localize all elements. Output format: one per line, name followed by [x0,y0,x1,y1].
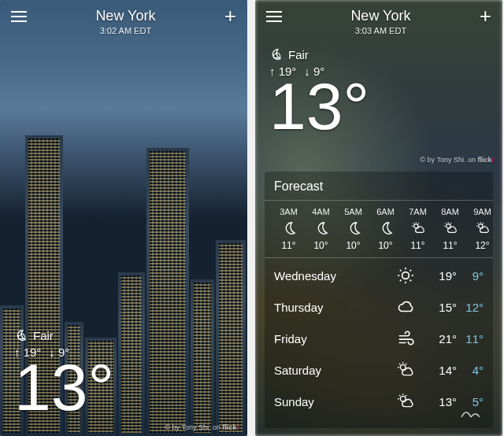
add-location-icon[interactable]: + [480,8,491,24]
daily-row[interactable]: Friday 21° 11° [274,323,484,354]
menu-icon[interactable] [266,11,282,22]
condition-text: Fair [288,48,309,61]
wind-icon [397,330,414,347]
day-low: 12° [457,301,484,314]
hourly-item: 5AM 10° [337,207,369,251]
weather-screen-expanded: New York 3:03 AM EDT + Fair ↑ 19° ↓ 9° 1… [255,0,502,436]
partly-icon [476,221,490,235]
current-conditions: Fair ↑ 19° ↓ 9° 13° [269,47,369,139]
hourly-item: 6AM 10° [369,207,402,251]
current-temp: 13° [269,73,369,139]
hour-temp: 11° [402,240,434,251]
moon-icon [346,221,361,235]
day-high: 19° [430,269,457,283]
day-high: 14° [430,364,457,377]
condition-text: Fair [33,329,54,342]
hour-temp: 11° [272,240,305,251]
hour-label: 5AM [337,207,369,216]
hour-temp: 10° [337,240,369,251]
night-fair-icon [14,328,28,342]
moon-icon [379,221,393,235]
hour-label: 6AM [369,207,402,216]
photo-credit: © by Tony Shi. on flickr [165,423,239,431]
hour-temp: 10° [305,240,337,251]
daily-row[interactable]: Wednesday 19° 9° [274,260,484,291]
header-center: New York 3:02 AM EDT [27,8,224,35]
hour-label: 7AM [402,207,434,216]
hourly-forecast[interactable]: 3AM 11°4AM 10°5AM 10°6AM 10°7AM 11°8AM 1… [265,201,493,258]
night-fair-icon [269,47,284,61]
forecast-title: Forecast [265,179,493,201]
day-low: 4° [457,364,484,377]
daily-row[interactable]: Saturday 14° 4° [274,354,484,386]
daily-row[interactable]: Sunday 13° 5° [274,386,484,417]
current-conditions: Fair ↑ 19° ↓ 9° 13° [14,328,114,420]
day-high: 13° [430,395,457,408]
time-label: 3:02 AM EDT [27,26,224,35]
location-label: New York [282,8,480,24]
sun-icon [397,267,414,284]
cloud-icon [397,298,414,316]
add-location-icon[interactable]: + [224,8,236,24]
header: New York 3:03 AM EDT + [255,8,502,35]
header-center: New York 3:03 AM EDT [282,8,480,35]
day-name: Sunday [274,395,397,408]
location-label: New York [27,8,224,24]
hour-label: 9AM [466,207,493,216]
partly-icon [397,361,414,379]
daily-row[interactable]: Thursday 15° 12° [274,291,484,323]
header: New York 3:02 AM EDT + [0,8,247,35]
day-name: Friday [274,332,397,345]
flickr-logo: flickr [477,156,495,164]
hour-temp: 12° [466,240,493,251]
photo-credit: © by Tony Shi. on flickr [420,156,495,164]
moon-icon [282,221,296,235]
hour-label: 4AM [305,207,337,216]
partly-icon [411,221,425,235]
day-high: 15° [430,301,457,314]
hourly-item: 8AM 11° [434,207,466,251]
menu-icon[interactable] [11,11,27,22]
hour-temp: 10° [369,240,402,251]
day-high: 21° [430,332,457,345]
day-name: Saturday [274,364,397,377]
hourly-item: 9AM 12° [466,207,493,251]
day-low: 11° [457,332,484,345]
current-temp: 13° [14,354,114,420]
hourly-item: 3AM 11° [272,207,305,251]
day-name: Wednesday [274,269,397,283]
flickr-logo: flickr [222,423,239,431]
time-label: 3:03 AM EDT [282,26,480,35]
forecast-panel[interactable]: Forecast 3AM 11°4AM 10°5AM 10°6AM 10°7AM… [265,172,493,428]
weather-screen-collapsed: New York 3:02 AM EDT + Fair ↑ 19° ↓ 9° 1… [0,0,247,436]
partly-icon [443,221,458,235]
partly-icon [397,393,414,410]
hourly-item: 7AM 11° [402,207,434,251]
day-low: 9° [457,269,484,283]
daily-forecast[interactable]: Wednesday 19° 9°Thursday 15° 12°Friday 2… [265,258,493,419]
hour-label: 8AM [434,207,466,216]
moon-icon [314,221,328,235]
hour-temp: 11° [434,240,466,251]
day-name: Thursday [274,301,397,314]
provider-logo [458,406,482,423]
hourly-item: 4AM 10° [305,207,337,251]
hour-label: 3AM [272,207,305,216]
